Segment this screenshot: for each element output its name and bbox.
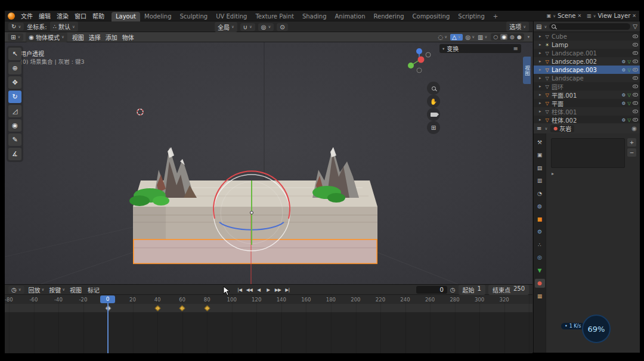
- timeline-menu-item[interactable]: 标记: [88, 285, 101, 294]
- tool-select[interactable]: ↖: [8, 48, 21, 60]
- visibility-eye-icon[interactable]: [633, 35, 638, 38]
- expand-icon[interactable]: ▸: [539, 67, 543, 72]
- props-tab-physics[interactable]: ◎: [535, 253, 545, 262]
- viewport-menu-item[interactable]: 选择: [86, 33, 103, 42]
- props-tab-modifiers[interactable]: ⚙: [535, 228, 545, 236]
- workspace-tab[interactable]: UV Editing: [212, 12, 251, 21]
- workspace-tab[interactable]: +: [489, 12, 502, 21]
- editor-type-button[interactable]: ⊞ ∨: [8, 33, 23, 41]
- outliner-row[interactable]: ▸ ☀ Lamp: [534, 41, 640, 49]
- timeline-menu-item[interactable]: 视图: [70, 285, 83, 294]
- panel-menu-icon[interactable]: ≡: [513, 45, 518, 52]
- current-frame-field[interactable]: 0: [416, 286, 447, 294]
- visibility-eye-icon[interactable]: [633, 68, 638, 71]
- tool-measure[interactable]: ∡: [8, 148, 21, 160]
- snap-toggle[interactable]: ∪ ∨: [240, 23, 255, 31]
- expand-icon[interactable]: ▸: [539, 34, 543, 39]
- expand-icon[interactable]: ▸: [539, 101, 543, 105]
- keyframe-diamond[interactable]: [204, 305, 210, 311]
- menu-item[interactable]: 渲染: [54, 11, 72, 20]
- viewport-toggle-visibility[interactable]: ◌ ∨: [438, 34, 448, 41]
- search-input[interactable]: [558, 24, 628, 30]
- active-tool-indicator[interactable]: ↻ ∨: [8, 23, 24, 30]
- timeline-menu-item[interactable]: 按键 ∨: [49, 285, 65, 294]
- shading-dropdown-icon[interactable]: ▾: [528, 35, 530, 39]
- expand-icon[interactable]: ▸: [539, 84, 543, 89]
- outliner-row[interactable]: ▸ ▽ Landscape.002 ⚙ ▽: [534, 57, 640, 66]
- props-tab-view-layer[interactable]: ▥: [535, 176, 545, 185]
- props-tab-scene[interactable]: ◔: [535, 189, 545, 198]
- frame-end-field[interactable]: 结束点 250: [488, 285, 529, 295]
- props-tab-material[interactable]: ●: [535, 279, 545, 288]
- proportional-editing-toggle[interactable]: ◎ ∨: [258, 23, 274, 31]
- shading-material[interactable]: ◍: [510, 34, 515, 40]
- mode-dropdown[interactable]: ◉ 物体模式 ∨: [26, 32, 67, 42]
- zoom-button[interactable]: [427, 82, 440, 95]
- ortho-toggle-button[interactable]: ⊞: [427, 121, 440, 134]
- close-icon[interactable]: ✕: [632, 13, 636, 18]
- chevron-down-icon[interactable]: ∨: [544, 126, 547, 131]
- view-layer-selector[interactable]: ▥ ∨ View Layer ✕: [587, 13, 636, 19]
- transform-orientation-dropdown[interactable]: 全局 ∨: [215, 22, 237, 32]
- transport-jump-start[interactable]: |◀: [236, 287, 243, 292]
- workspace-tab[interactable]: Compositing: [408, 12, 454, 21]
- playhead-line[interactable]: [107, 302, 109, 353]
- shading-wireframe[interactable]: ○: [493, 34, 498, 40]
- viewport-canvas[interactable]: [5, 42, 532, 284]
- viewport-toggle-gizmos[interactable]: △ ∨: [450, 34, 462, 41]
- workspace-tab[interactable]: Scripting: [454, 12, 488, 21]
- timeline-menu-item[interactable]: 回放 ∨: [29, 285, 45, 294]
- visibility-eye-icon[interactable]: [633, 101, 638, 105]
- props-tab-object-data[interactable]: ▼: [535, 266, 545, 275]
- workspace-tab[interactable]: Modeling: [140, 12, 176, 21]
- sidebar-tab-view[interactable]: 视图: [523, 57, 531, 84]
- workspace-tab[interactable]: Sculpting: [176, 12, 212, 21]
- tool-annotate[interactable]: ✎: [8, 133, 21, 146]
- viewport-menu-item[interactable]: 物体: [120, 33, 137, 42]
- props-tab-render[interactable]: ▣: [535, 151, 545, 160]
- shading-solid[interactable]: ◉: [500, 34, 507, 40]
- chevron-down-icon[interactable]: ∨: [544, 24, 547, 29]
- props-tab-texture[interactable]: ▦: [535, 291, 545, 300]
- blender-logo-icon[interactable]: [8, 13, 15, 20]
- viewport-menu-item[interactable]: 添加: [103, 33, 120, 42]
- tool-transform[interactable]: ◉: [8, 119, 21, 132]
- add-slot-button[interactable]: +: [627, 138, 636, 147]
- material-breadcrumb[interactable]: ● 灰岩: [550, 125, 574, 132]
- playhead-badge[interactable]: 0: [100, 295, 115, 303]
- filter-icon[interactable]: ▽: [633, 23, 637, 30]
- viewport-toggle-overlays[interactable]: ◎ ∨: [466, 34, 475, 41]
- menu-item[interactable]: 窗口: [72, 11, 89, 20]
- timeline-ruler[interactable]: -80-60-40-202040608010012014016018020022…: [5, 295, 532, 304]
- outliner-row[interactable]: ▸ ▽ Landscape: [534, 74, 640, 82]
- transport-play[interactable]: ▶: [265, 287, 272, 292]
- visibility-eye-icon[interactable]: [633, 60, 638, 63]
- visibility-eye-icon[interactable]: [633, 43, 638, 46]
- close-icon[interactable]: ✕: [577, 13, 581, 18]
- camera-view-button[interactable]: [427, 108, 440, 121]
- expand-icon[interactable]: ▸: [539, 92, 543, 97]
- outliner-row[interactable]: ▸ ▽ Landscape.003 ⚙ ▽: [534, 66, 640, 74]
- material-browse-row[interactable]: ▸: [552, 171, 554, 176]
- workspace-tab[interactable]: Rendering: [370, 12, 408, 21]
- outliner-row[interactable]: ▸ ▽ 柱体.002 ⚙ ▽: [534, 116, 640, 124]
- timeline-editor-type-button[interactable]: ◷ ∨: [8, 286, 24, 294]
- expand-icon[interactable]: ▸: [539, 109, 543, 114]
- outliner-row[interactable]: ▸ ▽ Cube: [534, 32, 640, 41]
- visibility-eye-icon[interactable]: [633, 118, 638, 122]
- auto-keying-clock-icon[interactable]: ◷: [450, 287, 456, 293]
- transport-next-keyframe[interactable]: ▶▶: [274, 287, 281, 292]
- expand-icon[interactable]: ▸: [539, 42, 543, 47]
- scene-selector[interactable]: ▣ ∨ Scene ✕: [547, 13, 582, 19]
- expand-icon[interactable]: ▸: [539, 51, 543, 55]
- keyframe-diamond[interactable]: [154, 305, 160, 311]
- transport-play-reverse[interactable]: ◀: [255, 287, 262, 292]
- tool-rotate[interactable]: ↻: [8, 91, 21, 103]
- props-tab-tool[interactable]: ⚒: [535, 138, 545, 147]
- outliner-row[interactable]: ▸ ▽ 圆环: [534, 82, 640, 91]
- outliner-row[interactable]: ▸ ▽ Landscape.001: [534, 49, 640, 57]
- material-slot-list[interactable]: [551, 138, 625, 168]
- orientation-dropdown[interactable]: ∴ 默认 ∨: [50, 21, 78, 32]
- pin-icon[interactable]: ◉: [631, 125, 637, 132]
- props-tab-particles[interactable]: ∴: [535, 240, 545, 249]
